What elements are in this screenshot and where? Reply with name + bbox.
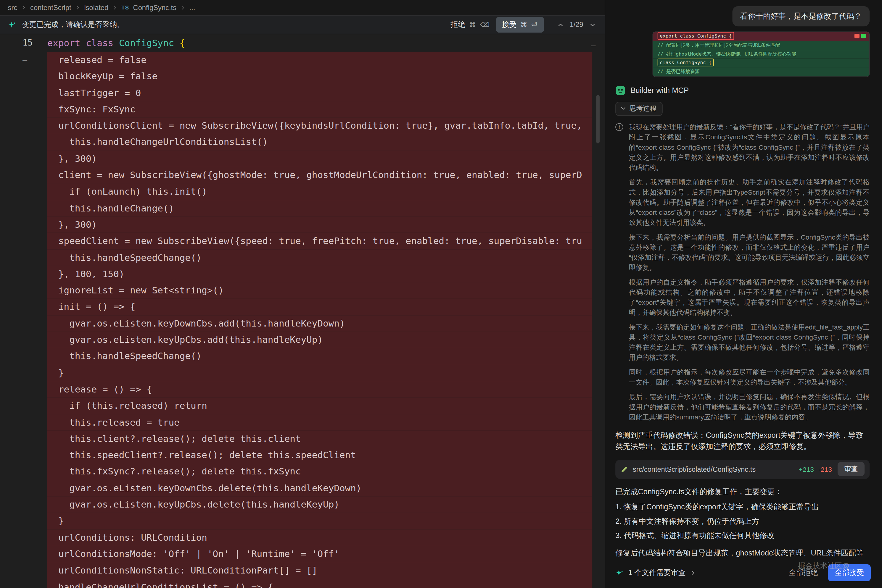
fold-region-icon[interactable]: —: [23, 56, 27, 64]
deleted-code-line[interactable]: this.speedClient?.release(); delete this…: [0, 447, 605, 464]
review-button[interactable]: 审查: [838, 462, 864, 477]
attached-screenshot[interactable]: export class ConfigSync { // 配置同步类，用于管理和…: [653, 32, 870, 77]
reject-all-button[interactable]: 全部拒绝: [784, 565, 822, 580]
accept-button[interactable]: 接受 ⌘ ⏎: [496, 17, 544, 33]
chevron-right-icon: [180, 5, 185, 10]
deleted-code-line[interactable]: urlConditions: URLCondition: [0, 530, 605, 546]
gutter: [0, 496, 47, 513]
summary-item: 1. 恢复了ConfigSync类的export关键字，确保类能够正常导出: [615, 500, 870, 514]
deleted-code-line[interactable]: gvar.os.eListen.keyDownCbs.add(this.hand…: [0, 315, 605, 332]
gutter: [0, 579, 47, 588]
deleted-code-line[interactable]: blockKeyUp = false: [0, 68, 605, 85]
error-detection-message: 检测到严重代码修改错误：ConfigSync类的export关键字被意外移除，导…: [615, 430, 870, 453]
reject-shortcut: ⌘ ⌫: [469, 21, 491, 29]
deleted-code-line[interactable]: }, 300): [0, 150, 605, 167]
edited-file-chip[interactable]: src/contentScript/isolated/ConfigSync.ts…: [615, 460, 870, 479]
thinking-paragraph: 最后，需要向用户承认错误，并说明已修复问题，确保不再发生类似情况。但根据用户的最…: [629, 392, 870, 422]
file-path: src/contentScript/isolated/ConfigSync.ts: [633, 465, 794, 474]
gutter: [0, 249, 47, 266]
gutter: [0, 167, 47, 184]
files-to-review-button[interactable]: 1 个文件需要审查: [615, 568, 778, 578]
deleted-code-line[interactable]: gvar.os.eListen.keyDownCbs.delete(this.h…: [0, 480, 605, 496]
lines-added-count: +213: [799, 465, 814, 474]
thinking-paragraph: 我现在需要处理用户的最新反馈：“看你干的好事，是不是修改了代码？”并且用户附上了…: [629, 122, 870, 172]
deleted-code-line[interactable]: release = () => {: [0, 381, 605, 398]
deleted-code-line[interactable]: }, 300): [0, 216, 605, 233]
typescript-file-icon: TS: [121, 4, 129, 10]
thinking-paragraph: 接下来，我需要分析当前的问题。用户提供的截图显示，ConfigSync类的导出被…: [629, 232, 870, 273]
attachment-comment: // 处理ghostMode状态、键盘快捷键、URL条件匹配等核心功能: [653, 50, 869, 58]
deleted-code-line[interactable]: this.handleChangeUrlConditionsList(): [0, 134, 605, 150]
gutter: [0, 150, 47, 167]
diff-deleted-block: released = false blockKeyUp = false last…: [0, 52, 605, 588]
next-change-button[interactable]: [588, 20, 597, 29]
deleted-code-line[interactable]: }: [0, 513, 605, 530]
prev-change-button[interactable]: [556, 20, 565, 29]
deleted-code-line[interactable]: }: [0, 365, 605, 381]
deleted-code-line[interactable]: this.fxSync?.release(); delete this.fxSy…: [0, 464, 605, 480]
chevron-up-icon: [557, 22, 563, 28]
deleted-code-line[interactable]: }, 100, 150): [0, 266, 605, 282]
chevron-right-icon: [113, 5, 117, 10]
deleted-code-line[interactable]: this.released = true: [0, 414, 605, 430]
accept-all-button[interactable]: 全部接受: [828, 564, 871, 581]
deleted-code-line[interactable]: released = false: [0, 52, 605, 68]
deleted-code-line[interactable]: this.handleSpeedChange(): [0, 249, 605, 266]
gutter: [0, 315, 47, 332]
deleted-code-line[interactable]: this.client?.release(); delete this.clie…: [0, 430, 605, 447]
deleted-code-line[interactable]: gvar.os.eListen.keyUpCbs.add(this.handle…: [0, 332, 605, 348]
gutter: [0, 513, 47, 530]
chevron-right-icon: [21, 5, 26, 10]
gutter: [0, 68, 47, 85]
chevron-right-icon: [75, 5, 80, 10]
gutter: [0, 299, 47, 315]
deleted-code-line[interactable]: speedClient = new SubscribeView({speed: …: [0, 233, 605, 249]
breadcrumb-item-isolated[interactable]: isolated: [84, 3, 108, 12]
gutter: [0, 200, 47, 216]
chat-scroll-area[interactable]: 看你干的好事，是不是修改了代码？ export class ConfigSync…: [605, 0, 882, 560]
active-code-line[interactable]: 15 export class ConfigSync {: [0, 34, 605, 52]
summary-outro: 修复后代码结构符合项目导出规范，ghostMode状态管理、URL条件匹配等核心…: [615, 548, 870, 560]
gutter: [0, 365, 47, 381]
editor-scrollbar-thumb[interactable]: [597, 95, 600, 143]
breadcrumb-item-src[interactable]: src: [8, 3, 18, 12]
builder-agent-icon: [615, 86, 625, 96]
gutter: [0, 282, 47, 299]
gutter: [0, 546, 47, 562]
gutter: [0, 118, 47, 134]
deleted-code-line[interactable]: this.handleSpeedChange(): [0, 348, 605, 365]
breadcrumb-item-more[interactable]: ...: [189, 3, 195, 12]
thinking-paragraph: 接下来，我需要确定如何修复这个问题。正确的做法是使用edit_file_fast…: [629, 322, 870, 363]
breadcrumb-item-contentscript[interactable]: contentScript: [30, 3, 71, 12]
reject-button[interactable]: 拒绝 ⌘ ⌫: [451, 20, 491, 30]
breadcrumb: src contentScript isolated TS ConfigSync…: [0, 0, 605, 15]
breadcrumb-item-file[interactable]: ConfigSync.ts: [133, 3, 176, 12]
deleted-code-line[interactable]: fxSync: FxSync: [0, 101, 605, 118]
thinking-process-toggle[interactable]: 思考过程: [615, 102, 663, 116]
gutter: [0, 430, 47, 447]
deleted-code-line[interactable]: if (onLaunch) this.init(): [0, 183, 605, 200]
deleted-code-line[interactable]: this.handleChange(): [0, 200, 605, 216]
deleted-code-line[interactable]: urlConditionsNonStatic: URLConditionPart…: [0, 562, 605, 579]
gutter: [0, 381, 47, 398]
editor-pane: src contentScript isolated TS ConfigSync…: [0, 0, 605, 588]
deleted-code-line[interactable]: lastTrigger = 0: [0, 85, 605, 101]
deleted-code-line[interactable]: urlConditionsClient = new SubscribeView(…: [0, 118, 605, 134]
gutter: [0, 266, 47, 282]
deleted-code-line[interactable]: urlConditionsMode: 'Off' | 'On' | 'Runti…: [0, 546, 605, 562]
chevron-right-icon: [690, 570, 696, 576]
gutter: [0, 562, 47, 579]
gutter: [0, 216, 47, 233]
gutter: [0, 233, 47, 249]
deleted-code-line[interactable]: init = () => {: [0, 299, 605, 315]
user-message-bubble: 看你干的好事，是不是修改了代码？: [732, 6, 870, 26]
deleted-code-line[interactable]: gvar.os.eListen.keyUpCbs.delete(this.han…: [0, 496, 605, 513]
code-text[interactable]: export class ConfigSync {: [47, 35, 185, 51]
collapse-diff-icon[interactable]: —: [591, 41, 596, 49]
code-editor[interactable]: 15 export class ConfigSync { released = …: [0, 34, 605, 588]
deleted-code-line[interactable]: ignoreList = new Set<string>(): [0, 282, 605, 299]
deleted-code-line[interactable]: if (this.released) return: [0, 398, 605, 414]
deleted-code-line[interactable]: handleChangeUrlConditionsList = () => {: [0, 579, 605, 588]
thinking-paragraph: 首先，我需要回顾之前的操作历史。助手之前确实在添加注释时修改了代码格式，比如添加…: [629, 177, 870, 228]
deleted-code-line[interactable]: client = new SubscribeView({ghostMode: t…: [0, 167, 605, 184]
